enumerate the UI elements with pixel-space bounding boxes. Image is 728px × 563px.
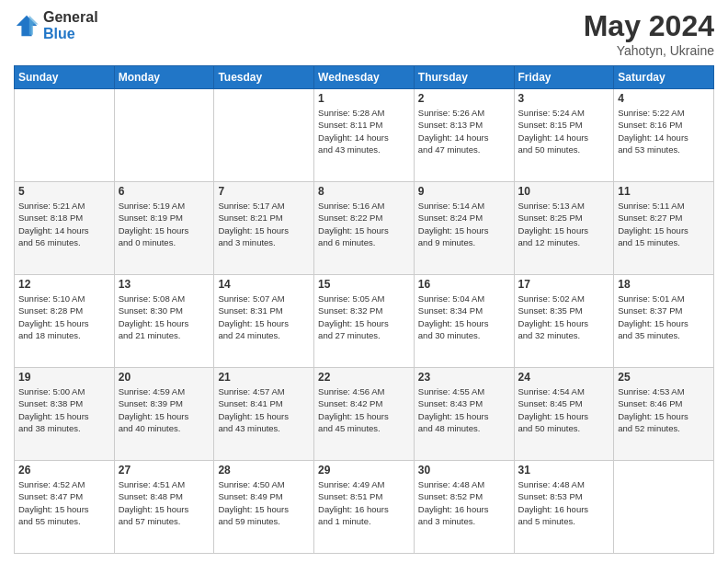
day-info-21: Sunrise: 4:57 AM Sunset: 8:41 PM Dayligh… [218, 385, 310, 434]
header-wednesday: Wednesday [314, 66, 415, 89]
day-number-13: 13 [119, 278, 210, 291]
calendar-cell-2-4: 16Sunrise: 5:04 AM Sunset: 8:34 PM Dayli… [414, 275, 514, 368]
calendar-cell-0-0 [15, 89, 115, 182]
week-row-2: 12Sunrise: 5:10 AM Sunset: 8:28 PM Dayli… [15, 275, 714, 368]
day-info-4: Sunrise: 5:22 AM Sunset: 8:16 PM Dayligh… [618, 107, 710, 155]
calendar: Sunday Monday Tuesday Wednesday Thursday… [14, 65, 714, 554]
day-info-22: Sunrise: 4:56 AM Sunset: 8:42 PM Dayligh… [318, 385, 410, 434]
calendar-cell-1-6: 11Sunrise: 5:11 AM Sunset: 8:27 PM Dayli… [614, 182, 714, 275]
logo-text: General Blue [43, 9, 98, 41]
header-monday: Monday [114, 66, 214, 89]
logo-general-text: General [43, 9, 98, 26]
page: General Blue May 2024 Yahotyn, Ukraine S… [0, 0, 728, 563]
calendar-cell-0-3: 1Sunrise: 5:28 AM Sunset: 8:11 PM Daylig… [314, 89, 415, 182]
week-row-0: 1Sunrise: 5:28 AM Sunset: 8:11 PM Daylig… [15, 89, 714, 182]
day-info-9: Sunrise: 5:14 AM Sunset: 8:24 PM Dayligh… [418, 200, 510, 248]
day-info-31: Sunrise: 4:48 AM Sunset: 8:53 PM Dayligh… [518, 478, 610, 527]
day-number-24: 24 [518, 371, 610, 384]
week-row-4: 26Sunrise: 4:52 AM Sunset: 8:47 PM Dayli… [15, 461, 714, 554]
logo-blue-text: Blue [43, 26, 98, 42]
week-row-1: 5Sunrise: 5:21 AM Sunset: 8:18 PM Daylig… [15, 182, 714, 275]
day-info-28: Sunrise: 4:50 AM Sunset: 8:49 PM Dayligh… [218, 478, 310, 527]
calendar-cell-0-2 [214, 89, 314, 182]
calendar-cell-4-2: 28Sunrise: 4:50 AM Sunset: 8:49 PM Dayli… [214, 461, 314, 554]
day-number-9: 9 [418, 185, 510, 198]
day-number-2: 2 [418, 92, 510, 105]
calendar-cell-3-1: 20Sunrise: 4:59 AM Sunset: 8:39 PM Dayli… [114, 368, 214, 461]
day-info-15: Sunrise: 5:05 AM Sunset: 8:32 PM Dayligh… [318, 293, 410, 341]
subtitle: Yahotyn, Ukraine [584, 43, 714, 58]
day-number-23: 23 [418, 371, 510, 384]
day-number-3: 3 [518, 92, 610, 105]
calendar-cell-3-4: 23Sunrise: 4:55 AM Sunset: 8:43 PM Dayli… [414, 368, 514, 461]
main-title: May 2024 [584, 9, 714, 43]
day-info-3: Sunrise: 5:24 AM Sunset: 8:15 PM Dayligh… [518, 107, 610, 155]
day-number-21: 21 [218, 371, 310, 384]
calendar-cell-1-1: 6Sunrise: 5:19 AM Sunset: 8:19 PM Daylig… [114, 182, 214, 275]
day-info-11: Sunrise: 5:11 AM Sunset: 8:27 PM Dayligh… [618, 200, 710, 248]
day-info-1: Sunrise: 5:28 AM Sunset: 8:11 PM Dayligh… [318, 107, 410, 155]
title-section: May 2024 Yahotyn, Ukraine [584, 9, 714, 58]
day-info-24: Sunrise: 4:54 AM Sunset: 8:45 PM Dayligh… [518, 385, 610, 434]
day-number-10: 10 [518, 185, 610, 198]
calendar-cell-1-2: 7Sunrise: 5:17 AM Sunset: 8:21 PM Daylig… [214, 182, 314, 275]
calendar-cell-4-4: 30Sunrise: 4:48 AM Sunset: 8:52 PM Dayli… [414, 461, 514, 554]
day-number-19: 19 [18, 371, 110, 384]
calendar-cell-4-0: 26Sunrise: 4:52 AM Sunset: 8:47 PM Dayli… [15, 461, 115, 554]
day-info-19: Sunrise: 5:00 AM Sunset: 8:38 PM Dayligh… [18, 385, 110, 434]
calendar-cell-2-0: 12Sunrise: 5:10 AM Sunset: 8:28 PM Dayli… [15, 275, 115, 368]
calendar-cell-0-1 [114, 89, 214, 182]
svg-marker-0 [17, 15, 37, 35]
calendar-cell-4-5: 31Sunrise: 4:48 AM Sunset: 8:53 PM Dayli… [514, 461, 614, 554]
day-number-18: 18 [618, 278, 710, 291]
day-info-14: Sunrise: 5:07 AM Sunset: 8:31 PM Dayligh… [218, 293, 310, 341]
day-number-20: 20 [119, 371, 210, 384]
day-info-16: Sunrise: 5:04 AM Sunset: 8:34 PM Dayligh… [418, 293, 510, 341]
day-number-11: 11 [618, 185, 710, 198]
day-info-20: Sunrise: 4:59 AM Sunset: 8:39 PM Dayligh… [119, 385, 210, 434]
calendar-cell-0-5: 3Sunrise: 5:24 AM Sunset: 8:15 PM Daylig… [514, 89, 614, 182]
header-tuesday: Tuesday [214, 66, 314, 89]
day-number-6: 6 [119, 185, 210, 198]
logo: General Blue [14, 9, 98, 41]
day-info-6: Sunrise: 5:19 AM Sunset: 8:19 PM Dayligh… [119, 200, 210, 248]
day-number-27: 27 [119, 464, 210, 477]
day-number-29: 29 [318, 464, 410, 477]
day-info-13: Sunrise: 5:08 AM Sunset: 8:30 PM Dayligh… [119, 293, 210, 341]
day-info-27: Sunrise: 4:51 AM Sunset: 8:48 PM Dayligh… [119, 478, 210, 527]
calendar-cell-2-6: 18Sunrise: 5:01 AM Sunset: 8:37 PM Dayli… [614, 275, 714, 368]
calendar-cell-1-5: 10Sunrise: 5:13 AM Sunset: 8:25 PM Dayli… [514, 182, 614, 275]
header-sunday: Sunday [15, 66, 115, 89]
day-number-1: 1 [318, 92, 410, 105]
calendar-cell-2-1: 13Sunrise: 5:08 AM Sunset: 8:30 PM Dayli… [114, 275, 214, 368]
day-number-28: 28 [218, 464, 310, 477]
day-info-7: Sunrise: 5:17 AM Sunset: 8:21 PM Dayligh… [218, 200, 310, 248]
calendar-cell-4-1: 27Sunrise: 4:51 AM Sunset: 8:48 PM Dayli… [114, 461, 214, 554]
calendar-cell-0-4: 2Sunrise: 5:26 AM Sunset: 8:13 PM Daylig… [414, 89, 514, 182]
day-info-10: Sunrise: 5:13 AM Sunset: 8:25 PM Dayligh… [518, 200, 610, 248]
calendar-cell-3-0: 19Sunrise: 5:00 AM Sunset: 8:38 PM Dayli… [15, 368, 115, 461]
header: General Blue May 2024 Yahotyn, Ukraine [14, 9, 714, 58]
day-info-17: Sunrise: 5:02 AM Sunset: 8:35 PM Dayligh… [518, 293, 610, 341]
header-thursday: Thursday [414, 66, 514, 89]
calendar-cell-0-6: 4Sunrise: 5:22 AM Sunset: 8:16 PM Daylig… [614, 89, 714, 182]
day-info-30: Sunrise: 4:48 AM Sunset: 8:52 PM Dayligh… [418, 478, 510, 527]
day-info-8: Sunrise: 5:16 AM Sunset: 8:22 PM Dayligh… [318, 200, 410, 248]
day-info-2: Sunrise: 5:26 AM Sunset: 8:13 PM Dayligh… [418, 107, 510, 155]
day-info-23: Sunrise: 4:55 AM Sunset: 8:43 PM Dayligh… [418, 385, 510, 434]
day-info-29: Sunrise: 4:49 AM Sunset: 8:51 PM Dayligh… [318, 478, 410, 527]
calendar-cell-2-3: 15Sunrise: 5:05 AM Sunset: 8:32 PM Dayli… [314, 275, 415, 368]
day-number-5: 5 [18, 185, 110, 198]
day-number-22: 22 [318, 371, 410, 384]
week-row-3: 19Sunrise: 5:00 AM Sunset: 8:38 PM Dayli… [15, 368, 714, 461]
calendar-cell-1-0: 5Sunrise: 5:21 AM Sunset: 8:18 PM Daylig… [15, 182, 115, 275]
logo-icon [14, 13, 40, 39]
day-number-4: 4 [618, 92, 710, 105]
calendar-cell-1-4: 9Sunrise: 5:14 AM Sunset: 8:24 PM Daylig… [414, 182, 514, 275]
calendar-cell-3-5: 24Sunrise: 4:54 AM Sunset: 8:45 PM Dayli… [514, 368, 614, 461]
calendar-cell-3-6: 25Sunrise: 4:53 AM Sunset: 8:46 PM Dayli… [614, 368, 714, 461]
day-number-16: 16 [418, 278, 510, 291]
day-number-30: 30 [418, 464, 510, 477]
day-number-17: 17 [518, 278, 610, 291]
day-number-8: 8 [318, 185, 410, 198]
